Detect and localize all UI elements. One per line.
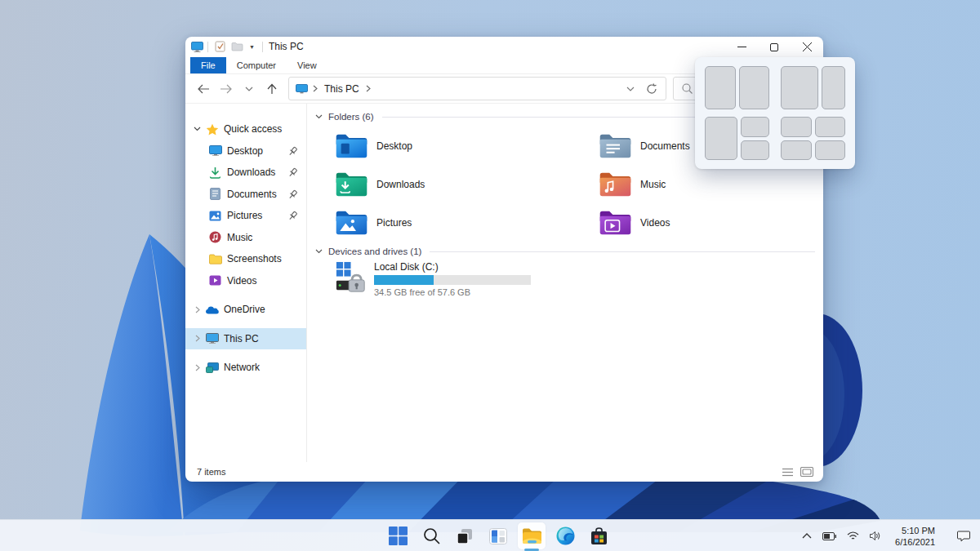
titlebar[interactable]: ▼ This PC — [185, 37, 823, 56]
navigation-pane: Quick accessDesktopDownloadsDocumentsPic… — [185, 104, 306, 462]
snap-layout-left-plus-two[interactable] — [705, 117, 769, 160]
taskbar-search-icon[interactable] — [417, 522, 445, 549]
maximize-button[interactable] — [758, 37, 791, 57]
breadcrumb-chevron — [313, 85, 318, 92]
large-icons-view-icon[interactable] — [800, 467, 813, 477]
expander-chevron-icon[interactable] — [192, 127, 203, 131]
breadcrumb-this-pc[interactable]: This PC — [324, 83, 359, 95]
f-music-icon — [599, 171, 632, 198]
taskbar-start-icon[interactable] — [384, 522, 412, 549]
expander-chevron-icon[interactable] — [192, 364, 203, 371]
onedrive-icon — [205, 303, 219, 316]
f-videos-icon — [599, 209, 632, 236]
collapse-icon-2[interactable] — [315, 249, 323, 254]
taskbar-widgets-icon[interactable] — [484, 522, 512, 549]
forward-button[interactable] — [215, 78, 238, 100]
taskbar-edge-icon[interactable] — [551, 522, 579, 549]
sidebar-item-screenshots[interactable]: Screenshots — [185, 248, 306, 270]
desktop-icon — [208, 144, 222, 158]
folder-tile-desktop[interactable]: Desktop — [335, 127, 599, 165]
f-downloads-icon — [335, 171, 368, 198]
expander-chevron-icon[interactable] — [192, 335, 203, 342]
items-count: 7 items — [197, 467, 225, 477]
ribbon-tab-view[interactable]: View — [287, 57, 327, 73]
taskbar-file-explorer-icon[interactable] — [518, 522, 546, 549]
qat-dropdown-icon[interactable]: ▼ — [249, 44, 255, 50]
wifi-icon[interactable] — [847, 531, 859, 540]
sidebar-item-label: Downloads — [227, 167, 275, 178]
qat-properties-icon[interactable] — [215, 41, 226, 52]
back-button[interactable] — [192, 78, 215, 100]
sidebar-item-network[interactable]: Network — [185, 357, 306, 379]
snap-layouts-flyout — [695, 57, 855, 169]
music-icon — [208, 231, 222, 244]
window-title: This PC — [269, 41, 304, 52]
snap-layout-wide-left[interactable] — [781, 66, 845, 109]
expander-chevron-icon[interactable] — [192, 306, 203, 313]
chat-notification-icon[interactable] — [957, 531, 970, 542]
clock[interactable]: 5:10 PM 6/16/2021 — [895, 525, 935, 548]
ribbon-tab-computer[interactable]: Computer — [226, 57, 287, 73]
sidebar-item-quick-access[interactable]: Quick access — [185, 118, 306, 140]
clock-time: 5:10 PM — [895, 525, 935, 536]
downloads-icon — [208, 166, 222, 179]
taskbar-center-icons — [384, 522, 612, 549]
sidebar-item-label: Music — [227, 232, 252, 243]
tray-chevron-icon[interactable] — [802, 533, 812, 539]
folder-tile-downloads[interactable]: Downloads — [335, 165, 599, 203]
this-pc-icon — [191, 42, 203, 52]
ribbon-tab-file[interactable]: File — [190, 57, 226, 73]
refresh-icon[interactable] — [646, 83, 657, 95]
volume-icon[interactable] — [870, 531, 881, 540]
up-button[interactable] — [261, 78, 283, 100]
folder-tile-label: Music — [640, 179, 666, 190]
sidebar-item-onedrive[interactable]: OneDrive — [185, 299, 306, 321]
sidebar-item-documents[interactable]: Documents — [185, 184, 306, 206]
folder-tile-label: Downloads — [376, 179, 425, 190]
drive-free-space: 34.5 GB free of 57.6 GB — [374, 287, 531, 297]
folder-tile-videos[interactable]: Videos — [599, 203, 815, 242]
sidebar-item-pictures[interactable]: Pictures — [185, 205, 306, 227]
sidebar-item-desktop[interactable]: Desktop — [185, 140, 306, 162]
system-tray: 5:10 PM 6/16/2021 — [802, 520, 980, 551]
snap-layout-two-equal[interactable] — [705, 66, 769, 109]
snap-layout-quad[interactable] — [781, 117, 845, 160]
folder-tile-pictures[interactable]: Pictures — [335, 203, 599, 242]
drive-usage-bar — [374, 275, 531, 285]
sidebar-item-downloads[interactable]: Downloads — [185, 162, 306, 184]
folders-section-title[interactable]: Folders (6) — [328, 112, 374, 122]
folder-plain-icon — [208, 252, 222, 265]
search-icon — [682, 83, 693, 94]
qat-new-folder-icon[interactable] — [231, 42, 243, 51]
taskbar-store-icon[interactable] — [585, 522, 612, 549]
drives-section-title[interactable]: Devices and drives (1) — [328, 247, 421, 256]
recent-locations-icon[interactable] — [238, 78, 261, 100]
minimize-button[interactable] — [725, 37, 758, 57]
sidebar-item-this-pc[interactable]: This PC — [185, 328, 306, 350]
collapse-icon[interactable] — [315, 114, 323, 119]
address-bar[interactable]: This PC — [288, 77, 666, 100]
drives-list: Local Disk (C:)34.5 GB free of 57.6 GB — [315, 261, 815, 297]
documents-icon — [208, 188, 222, 201]
drive-tile-local-disk-c[interactable]: Local Disk (C:)34.5 GB free of 57.6 GB — [315, 261, 815, 297]
address-dropdown-icon[interactable] — [626, 87, 635, 91]
sidebar-item-label: This PC — [224, 333, 259, 344]
folder-tile-music[interactable]: Music — [599, 165, 815, 203]
taskbar-task-view-icon[interactable] — [451, 522, 479, 549]
details-view-icon[interactable] — [782, 468, 793, 477]
desktop: ▼ This PC FileComputerView — [0, 0, 980, 551]
sidebar-item-music[interactable]: Music — [185, 227, 306, 249]
clock-date: 6/16/2021 — [895, 536, 935, 548]
sidebar-item-label: Desktop — [227, 145, 263, 157]
thispc-icon — [205, 332, 219, 345]
close-button[interactable] — [791, 37, 823, 57]
pictures-icon — [208, 209, 222, 222]
local-disk-icon — [335, 261, 368, 294]
breadcrumb-chevron-2[interactable] — [366, 85, 371, 92]
star-icon — [205, 122, 219, 136]
sidebar-item-label: Pictures — [227, 210, 262, 221]
sidebar-item-videos[interactable]: Videos — [185, 270, 306, 292]
sidebar-item-label: OneDrive — [224, 304, 265, 315]
caption-buttons — [725, 37, 823, 57]
battery-icon[interactable] — [822, 532, 836, 540]
